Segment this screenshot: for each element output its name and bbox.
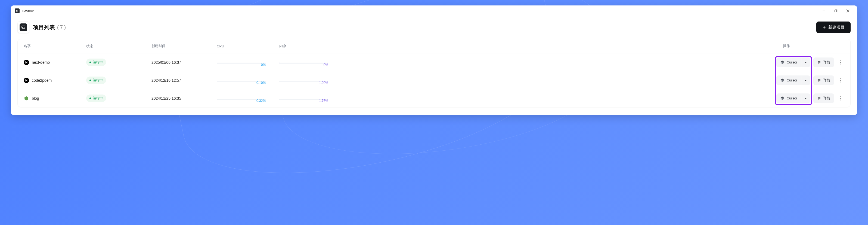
window-maximize-button[interactable] (831, 8, 841, 14)
cursor-icon (780, 96, 784, 101)
detail-label: 详情 (823, 96, 830, 101)
ops-cell: Cursor 详情 (347, 57, 844, 67)
chevron-down-icon (804, 97, 807, 100)
window-controls (818, 8, 853, 14)
cpu-cell: 0.32% (217, 97, 279, 100)
col-cpu: CPU (217, 44, 279, 48)
memory-value: 0% (323, 63, 328, 67)
more-button[interactable] (837, 57, 844, 67)
more-button[interactable] (837, 76, 844, 85)
svg-point-24 (840, 81, 841, 82)
col-status: 状态 (86, 44, 152, 49)
svg-point-15 (840, 63, 841, 64)
window-title: Devbox (22, 9, 34, 13)
ide-label: Cursor (787, 96, 797, 100)
new-project-button[interactable]: 新建项目 (816, 22, 850, 33)
cpu-bar (217, 98, 240, 99)
table-row: N next-demo 运行中 2025/01/06 16:37 0% (18, 53, 850, 71)
memory-value: 1.76% (319, 99, 328, 103)
memory-bar (279, 98, 304, 99)
svg-marker-25 (25, 96, 28, 100)
memory-value: 1.00% (319, 81, 328, 85)
window-close-button[interactable] (842, 8, 853, 14)
page-title: 项目列表 (33, 24, 55, 31)
status-label: 运行中 (93, 60, 103, 64)
svg-point-13 (840, 60, 841, 61)
nextjs-icon: N (24, 60, 29, 65)
detail-button[interactable]: 详情 (813, 76, 834, 85)
list-icon (817, 60, 821, 64)
svg-point-14 (840, 62, 841, 63)
ide-launch-main[interactable]: Cursor (776, 93, 801, 103)
ops-cell: Cursor 详情 (347, 76, 844, 85)
nextjs-icon: N (24, 78, 29, 83)
list-icon (817, 79, 821, 82)
cpu-value: 0% (261, 63, 266, 67)
project-name-cell[interactable]: N next-demo (24, 60, 86, 65)
svg-point-34 (840, 100, 841, 100)
memory-cell: 1.76% (279, 97, 347, 100)
detail-button[interactable]: 详情 (813, 93, 834, 103)
created-cell: 2024/11/25 16:35 (152, 96, 217, 101)
svg-point-23 (840, 80, 841, 81)
status-dot-icon (90, 61, 91, 63)
new-project-button-label: 新建项目 (828, 25, 845, 30)
ide-launch-button[interactable]: Cursor (776, 76, 810, 85)
svg-point-22 (840, 78, 841, 79)
status-label: 运行中 (93, 78, 103, 83)
cpu-value: 0.32% (256, 99, 266, 103)
ide-launch-dropdown[interactable] (801, 76, 810, 85)
project-name: blog (32, 96, 39, 101)
status-cell: 运行中 (86, 77, 152, 84)
app-icon (15, 8, 20, 13)
detail-label: 详情 (823, 78, 830, 83)
cpu-value: 0.10% (256, 81, 266, 85)
table-row: blog 运行中 2024/11/25 16:35 0.32% (18, 89, 850, 107)
cpu-bar (217, 80, 230, 80)
status-label: 运行中 (93, 96, 103, 101)
project-count: ( 7 ) (57, 25, 66, 30)
project-name-cell[interactable]: N code2poem (24, 78, 86, 83)
status-cell: 运行中 (86, 94, 152, 102)
ide-launch-main[interactable]: Cursor (776, 76, 801, 85)
ide-launch-dropdown[interactable] (801, 93, 810, 103)
status-dot-icon (90, 80, 91, 81)
chevron-down-icon (804, 61, 807, 64)
status-cell: 运行中 (86, 59, 152, 66)
memory-bar (279, 80, 294, 80)
col-memory: 内存 (279, 44, 347, 49)
list-icon (817, 96, 821, 100)
more-vertical-icon (840, 96, 841, 101)
ide-launch-main[interactable]: Cursor (776, 57, 801, 67)
app-window: Devbox 项目列表 ( 7 ) 新建项目 (11, 5, 857, 115)
svg-point-32 (840, 96, 841, 97)
cursor-icon (780, 60, 784, 64)
memory-bar (279, 62, 280, 62)
svg-rect-4 (22, 26, 25, 28)
table-row: N code2poem 运行中 2024/12/16 12:57 0.10% (18, 71, 850, 89)
ide-launch-dropdown[interactable] (801, 57, 810, 67)
ide-label: Cursor (787, 60, 797, 64)
table-header: 名字 状态 创建时间 CPU 内存 操作 (18, 39, 850, 53)
project-name: code2poem (32, 78, 52, 83)
status-badge: 运行中 (86, 94, 106, 102)
cpu-cell: 0% (217, 61, 279, 64)
ide-launch-button[interactable]: Cursor (776, 57, 810, 67)
window-minimize-button[interactable] (818, 8, 829, 14)
content-area: 项目列表 ( 7 ) 新建项目 名字 状态 创建时间 CPU 内存 操作 N n… (11, 16, 857, 107)
more-button[interactable] (837, 93, 844, 103)
project-name: next-demo (32, 60, 50, 64)
cursor-icon (780, 78, 784, 83)
status-dot-icon (90, 97, 91, 99)
more-vertical-icon (840, 78, 841, 83)
detail-button[interactable]: 详情 (813, 57, 834, 67)
ops-cell: Cursor 详情 (347, 93, 844, 103)
cpu-bar (217, 62, 217, 62)
col-ops: 操作 (347, 44, 844, 49)
memory-cell: 1.00% (279, 79, 347, 82)
project-name-cell[interactable]: blog (24, 95, 86, 101)
ide-launch-button[interactable]: Cursor (776, 93, 810, 103)
detail-label: 详情 (823, 60, 830, 65)
col-name: 名字 (24, 44, 86, 49)
status-badge: 运行中 (86, 59, 106, 66)
